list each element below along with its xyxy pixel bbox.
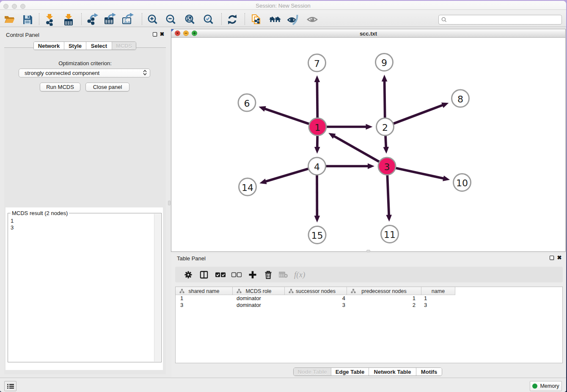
memory-button[interactable]: Memory — [530, 381, 562, 391]
table-row[interactable]: 1dominator411 — [176, 295, 455, 302]
export-image-icon — [121, 13, 135, 26]
table-cell[interactable]: 1 — [176, 295, 233, 302]
table-panel-close-icon[interactable]: ✖ — [557, 256, 562, 261]
hide-selected-button[interactable] — [286, 13, 300, 26]
delete-column-button[interactable] — [265, 271, 272, 279]
network-graph: 1234678910111415 — [171, 38, 565, 251]
column-header-shared-name[interactable]: shared name — [176, 287, 233, 295]
search-box[interactable] — [438, 15, 562, 25]
table-cell[interactable]: 4 — [285, 295, 347, 302]
graph-edge-3-1[interactable] — [328, 133, 387, 166]
export-table-button[interactable] — [103, 13, 117, 26]
zoom-selected-button[interactable] — [202, 13, 215, 26]
table-tab-motifs[interactable]: Motifs — [416, 368, 442, 375]
import-network-button[interactable] — [43, 13, 56, 26]
eye-slash-icon — [287, 14, 300, 25]
criterion-dropdown[interactable]: strongly connected component — [19, 69, 150, 77]
zoom-out-button[interactable] — [164, 13, 178, 26]
graph-node-8[interactable]: 8 — [452, 90, 469, 107]
export-network-button[interactable] — [86, 13, 99, 26]
table-cell[interactable]: dominator — [233, 302, 285, 309]
save-session-button[interactable] — [21, 13, 34, 26]
export-network-icon — [86, 13, 99, 26]
graph-edge-3-10[interactable] — [387, 166, 450, 182]
control-panel-float-icon[interactable] — [153, 32, 157, 36]
open-session-button[interactable] — [3, 13, 16, 26]
graph-node-7[interactable]: 7 — [308, 54, 326, 72]
show-all-button[interactable] — [306, 13, 319, 26]
mcds-result-scrollbar[interactable] — [154, 214, 161, 362]
toolbar-separator — [81, 13, 82, 25]
graph-node-6[interactable]: 6 — [238, 94, 256, 111]
graph-node-14[interactable]: 14 — [239, 178, 256, 196]
mcds-result-item[interactable]: 1 — [11, 218, 154, 224]
table-cell[interactable]: 3 — [421, 302, 455, 309]
table-row[interactable]: 3dominator323 — [176, 302, 455, 309]
import-table-button[interactable] — [62, 13, 75, 26]
network-window-titlebar[interactable]: scc.txt — [171, 29, 565, 38]
table-cell[interactable]: dominator — [233, 295, 285, 302]
graph-node-2[interactable]: 2 — [377, 118, 394, 135]
graph-edge-2-8[interactable] — [385, 102, 449, 127]
show-column-button[interactable] — [200, 271, 208, 279]
zoom-fit-button[interactable] — [183, 13, 197, 26]
svg-text:6: 6 — [244, 98, 250, 109]
table-tab-network-table[interactable]: Network Table — [369, 368, 416, 375]
table-cell[interactable]: 3 — [176, 302, 233, 309]
zoom-in-button[interactable] — [146, 13, 160, 26]
close-panel-button[interactable]: Close panel — [85, 83, 129, 91]
column-header-predecessor-nodes[interactable]: predecessor nodes — [347, 287, 421, 295]
select-all-button[interactable] — [215, 272, 226, 277]
graph-node-11[interactable]: 11 — [381, 226, 399, 243]
task-history-button[interactable] — [4, 381, 17, 391]
svg-text:f(x): f(x) — [294, 270, 305, 279]
table-cell[interactable]: 1 — [347, 295, 421, 302]
table-cell[interactable]: 2 — [347, 302, 421, 309]
table-cell[interactable]: 1 — [421, 295, 455, 302]
mcds-result-list[interactable]: 13 — [8, 214, 154, 362]
control-panel-close-icon[interactable]: ✖ — [160, 32, 165, 37]
graph-node-3[interactable]: 3 — [378, 157, 396, 175]
create-column-button[interactable] — [249, 271, 257, 279]
network-canvas[interactable]: 1234678910111415 — [171, 38, 565, 251]
apply-layout-button[interactable] — [226, 13, 239, 26]
control-panel-content: Optimization criterion: strongly connect… — [4, 47, 166, 374]
deselect-all-button[interactable] — [231, 272, 242, 277]
column-header-successor-nodes[interactable]: successor nodes — [285, 287, 347, 295]
horizontal-splitter-handle[interactable] — [366, 250, 370, 252]
control-panel-tab-select[interactable]: Select — [86, 42, 112, 50]
graph-node-1[interactable]: 1 — [309, 118, 326, 135]
table-tab-edge-table[interactable]: Edge Table — [331, 368, 369, 375]
shared-column-icon — [351, 289, 356, 293]
import-table-icon — [63, 13, 74, 26]
export-image-button[interactable] — [121, 13, 135, 26]
toolbar-separator — [39, 13, 39, 25]
graph-node-15[interactable]: 15 — [308, 226, 326, 244]
memory-button-label: Memory — [540, 383, 559, 389]
table-header-row: shared name MCDS role successor nodes pr… — [176, 287, 455, 295]
table-panel-float-icon[interactable] — [550, 256, 554, 260]
window-title: Session: New Session — [0, 3, 566, 9]
first-neighbors-button[interactable] — [268, 13, 282, 26]
run-mcds-button[interactable]: Run MCDS — [40, 83, 80, 91]
vertical-splitter-handle[interactable] — [168, 201, 171, 205]
svg-text:2: 2 — [382, 122, 388, 133]
graph-node-9[interactable]: 9 — [376, 54, 393, 71]
delete-table-button — [279, 271, 288, 278]
table-tab-node-table[interactable]: Node Table — [294, 368, 331, 375]
table-options-button[interactable] — [184, 271, 192, 279]
mcds-result-item[interactable]: 3 — [11, 224, 154, 231]
column-header-MCDS-role[interactable]: MCDS role — [233, 287, 285, 295]
graph-edge-1-6[interactable] — [259, 106, 317, 127]
control-panel-tab-network[interactable]: Network — [34, 42, 64, 50]
import-network-icon — [44, 13, 55, 26]
new-network-from-selection-button[interactable] — [249, 13, 263, 26]
search-input[interactable] — [449, 15, 561, 24]
column-header-name[interactable]: name — [421, 287, 455, 295]
graph-node-4[interactable]: 4 — [308, 157, 326, 175]
function-builder-button: f(x) — [293, 270, 308, 279]
graph-node-10[interactable]: 10 — [454, 174, 471, 191]
control-panel-tab-mcds[interactable]: MCDS — [112, 42, 136, 50]
table-cell[interactable]: 3 — [285, 302, 347, 309]
control-panel-tab-style[interactable]: Style — [64, 42, 86, 50]
